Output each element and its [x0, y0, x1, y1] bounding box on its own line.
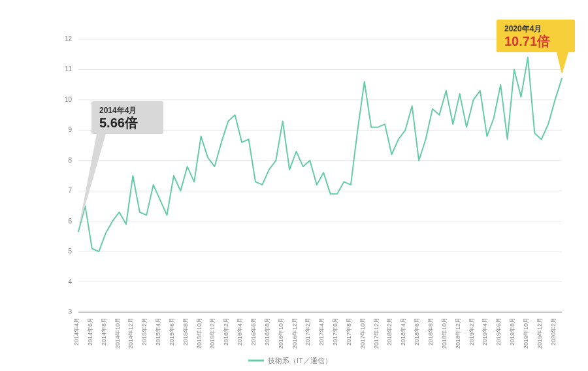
- svg-text:2019年6月: 2019年6月: [495, 317, 502, 346]
- line-chart: 3456789101112 2014年4月2014年6月2014年8月2014年…: [0, 0, 588, 371]
- callout-end: 2020年4月 10.71倍: [497, 20, 575, 74]
- svg-text:2020年2月: 2020年2月: [550, 317, 557, 346]
- svg-text:2014年8月: 2014年8月: [101, 317, 107, 346]
- svg-text:2019年4月: 2019年4月: [482, 317, 488, 346]
- callout-end-date: 2020年4月: [504, 24, 542, 33]
- svg-text:2016年10月: 2016年10月: [278, 317, 284, 349]
- svg-text:2015年4月: 2015年4月: [155, 317, 161, 346]
- svg-text:2018年12月: 2018年12月: [455, 317, 461, 349]
- svg-text:2018年10月: 2018年10月: [441, 317, 448, 349]
- svg-text:2017年12月: 2017年12月: [373, 317, 380, 349]
- svg-text:2014年12月: 2014年12月: [127, 317, 134, 349]
- svg-text:2018年2月: 2018年2月: [386, 317, 393, 346]
- svg-text:7: 7: [68, 187, 72, 194]
- svg-text:2015年6月: 2015年6月: [169, 317, 175, 346]
- grid: [78, 39, 562, 312]
- svg-text:10: 10: [65, 96, 73, 103]
- svg-text:2019年8月: 2019年8月: [509, 317, 515, 346]
- svg-text:2016年12月: 2016年12月: [291, 317, 298, 349]
- svg-text:6: 6: [68, 218, 72, 225]
- svg-text:2017年6月: 2017年6月: [332, 317, 338, 346]
- callout-start-value: 5.66倍: [99, 116, 138, 130]
- series-line: [78, 57, 562, 251]
- callout-end-value: 10.71倍: [504, 34, 550, 48]
- svg-text:2019年12月: 2019年12月: [536, 317, 543, 349]
- svg-text:2014年4月: 2014年4月: [73, 317, 80, 346]
- svg-text:2017年4月: 2017年4月: [318, 317, 325, 346]
- svg-text:12: 12: [65, 35, 73, 42]
- legend-label: 技術系（IT／通信）: [267, 357, 332, 364]
- svg-text:2019年2月: 2019年2月: [468, 317, 475, 346]
- svg-text:2018年4月: 2018年4月: [400, 317, 406, 346]
- svg-text:2018年8月: 2018年8月: [427, 317, 434, 346]
- svg-text:8: 8: [68, 157, 72, 164]
- x-axis: 2014年4月2014年6月2014年8月2014年10月2014年12月201…: [73, 317, 557, 349]
- callout-start-date: 2014年4月: [99, 106, 137, 115]
- svg-text:2018年6月: 2018年6月: [414, 317, 420, 346]
- svg-text:2014年10月: 2014年10月: [114, 317, 121, 349]
- callout-start: 2014年4月 5.66倍: [78, 101, 163, 229]
- svg-text:2016年8月: 2016年8月: [264, 317, 270, 346]
- svg-text:2016年6月: 2016年6月: [250, 317, 257, 346]
- svg-text:2015年2月: 2015年2月: [141, 317, 148, 346]
- svg-text:9: 9: [68, 126, 72, 133]
- svg-text:2015年10月: 2015年10月: [196, 317, 203, 349]
- svg-text:4: 4: [68, 278, 72, 285]
- svg-marker-59: [557, 52, 568, 74]
- svg-text:2016年2月: 2016年2月: [223, 317, 229, 346]
- svg-text:2014年6月: 2014年6月: [87, 317, 93, 346]
- svg-text:2016年4月: 2016年4月: [237, 317, 243, 346]
- legend: 技術系（IT／通信）: [248, 357, 332, 364]
- svg-text:3: 3: [68, 308, 72, 315]
- svg-text:2015年8月: 2015年8月: [182, 317, 189, 346]
- svg-text:5: 5: [68, 248, 72, 255]
- svg-text:2015年12月: 2015年12月: [209, 317, 216, 349]
- svg-text:11: 11: [65, 65, 73, 73]
- svg-text:2017年10月: 2017年10月: [359, 317, 366, 349]
- svg-text:2019年10月: 2019年10月: [523, 317, 529, 349]
- svg-text:2017年2月: 2017年2月: [304, 317, 311, 346]
- svg-text:2017年8月: 2017年8月: [346, 317, 352, 346]
- y-axis: 3456789101112: [65, 35, 73, 315]
